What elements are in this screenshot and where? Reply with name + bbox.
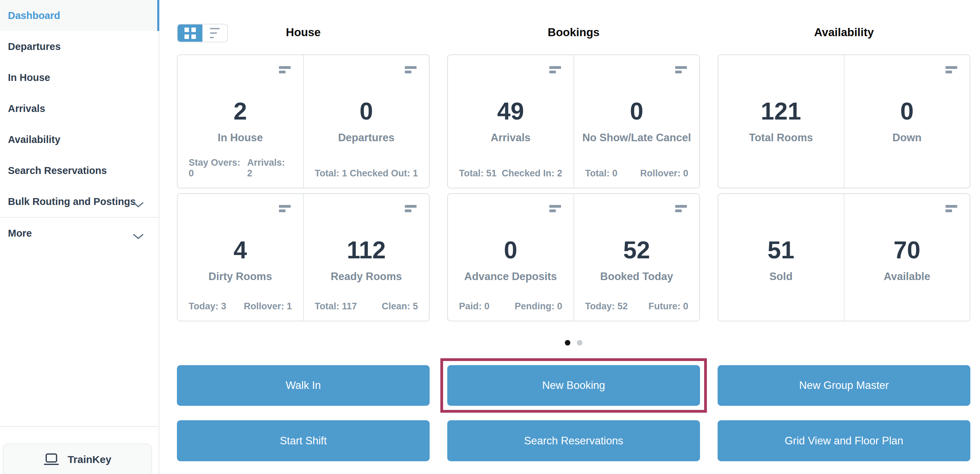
tile-label: Ready Rooms (304, 270, 429, 283)
chevron-down-icon (133, 199, 143, 210)
main-content: House Bookings Availability 2 In House S… (159, 0, 980, 474)
tile-stat-right: Rollover: 1 (244, 301, 292, 312)
sidebar-item-dashboard[interactable]: Dashboard (0, 0, 159, 31)
tile-arrivals[interactable]: 49 Arrivals Total: 51 Checked In: 2 (448, 55, 573, 188)
section-title-availability: Availability (718, 26, 970, 39)
sidebar-item-search-reservations[interactable]: Search Reservations (0, 155, 159, 186)
carousel-dot-1[interactable] (565, 340, 570, 346)
tile-dirty-rooms[interactable]: 4 Dirty Rooms Today: 3 Rollover: 1 (178, 194, 303, 321)
tile-stat-left: Total: 51 (459, 168, 496, 179)
tile-value: 70 (845, 238, 970, 262)
tile-label: Arrivals (448, 132, 573, 144)
tile-stat-left: Paid: 0 (459, 301, 490, 312)
tile-label: Advance Deposits (448, 270, 573, 283)
tile-stat-left: Total: 1 (315, 168, 347, 179)
filter-bars-icon[interactable] (675, 205, 687, 212)
sidebar-item-bulk-routing-and-postings[interactable]: Bulk Routing and Postings (0, 186, 159, 217)
walk-in-button[interactable]: Walk In (177, 365, 430, 406)
tile-sold[interactable]: 51 Sold (718, 194, 844, 321)
tile-stat-right: Checked Out: 1 (350, 168, 418, 179)
tile-stat-right: Clean: 5 (382, 301, 418, 312)
tile-value: 0 (845, 99, 970, 123)
sidebar-item-label: Departures (8, 41, 61, 52)
tile-stat-right: Pending: 0 (514, 301, 562, 312)
tile-ready-rooms[interactable]: 112 Ready Rooms Total: 117 Clean: 5 (303, 194, 429, 321)
quick-action-buttons: Walk In New Booking New Group Master Sta… (177, 365, 970, 461)
dashboard-tile-grid: 2 In House Stay Overs: 0 Arrivals: 2 0 D… (177, 54, 970, 322)
tile-label: Departures (304, 132, 429, 144)
search-reservations-button[interactable]: Search Reservations (447, 420, 700, 461)
tile-value: 2 (178, 99, 303, 123)
laptop-icon (43, 453, 59, 468)
tile-label: Total Rooms (718, 132, 844, 144)
tile-no-show-late-cancel[interactable]: 0 No Show/Late Cancel Total: 0 Rollover:… (573, 55, 700, 188)
tile-label: No Show/Late Cancel (574, 132, 700, 144)
sidebar-item-availability[interactable]: Availability (0, 124, 159, 155)
tile-total-rooms[interactable]: 121 Total Rooms (718, 55, 844, 188)
sidebar-item-label: More (8, 228, 32, 239)
filter-bars-icon[interactable] (675, 66, 687, 73)
tile-departures[interactable]: 0 Departures Total: 1 Checked Out: 1 (303, 55, 429, 188)
filter-bars-icon[interactable] (405, 205, 417, 212)
new-booking-button[interactable]: New Booking (447, 365, 700, 406)
tile-value: 51 (718, 238, 844, 262)
sidebar-item-in-house[interactable]: In House (0, 62, 159, 93)
bookings-row-2-card: 0 Advance Deposits Paid: 0 Pending: 0 52… (447, 193, 700, 322)
tile-available[interactable]: 70 Available (844, 194, 970, 321)
filter-bars-icon[interactable] (549, 205, 561, 212)
tile-stat-right: Checked In: 2 (502, 168, 562, 179)
tile-stat-right: Future: 0 (648, 301, 688, 312)
tile-value: 49 (448, 99, 573, 123)
tile-value: 52 (574, 238, 700, 262)
house-row-1-card: 2 In House Stay Overs: 0 Arrivals: 2 0 D… (177, 54, 430, 189)
availability-row-1-card: 121 Total Rooms 0 Down (718, 54, 970, 189)
tile-label: Booked Today (574, 270, 700, 283)
tile-value: 0 (574, 99, 700, 123)
sidebar-item-more[interactable]: More (0, 218, 159, 249)
grid-view-floor-plan-button[interactable]: Grid View and Floor Plan (718, 420, 970, 461)
tile-stat-left: Total: 0 (585, 168, 617, 179)
tile-booked-today[interactable]: 52 Booked Today Today: 52 Future: 0 (573, 194, 700, 321)
tile-in-house[interactable]: 2 In House Stay Overs: 0 Arrivals: 2 (178, 55, 303, 188)
tile-label: In House (178, 132, 303, 144)
section-title-bookings: Bookings (447, 26, 700, 39)
tile-stat-left: Total: 117 (315, 301, 357, 312)
tile-stat-right: Rollover: 0 (640, 168, 688, 179)
filter-bars-icon[interactable] (405, 66, 417, 73)
tile-label: Sold (718, 270, 844, 283)
tile-value: 4 (178, 238, 303, 262)
sidebar-item-arrivals[interactable]: Arrivals (0, 93, 159, 124)
tile-value: 0 (448, 238, 573, 262)
tile-label: Dirty Rooms (178, 270, 303, 283)
tile-label: Down (845, 132, 970, 144)
tile-stat-left: Stay Overs: 0 (189, 157, 247, 179)
tile-down[interactable]: 0 Down (844, 55, 970, 188)
sidebar-item-label: Arrivals (8, 103, 45, 114)
sidebar-item-label: Bulk Routing and Postings (8, 196, 136, 208)
filter-bars-icon[interactable] (279, 66, 291, 73)
filter-bars-icon[interactable] (945, 66, 957, 73)
sidebar-item-label: Dashboard (8, 10, 60, 21)
trainkey-button[interactable]: TrainKey (3, 443, 152, 474)
start-shift-button[interactable]: Start Shift (177, 420, 430, 461)
trainkey-label: TrainKey (68, 453, 111, 465)
sidebar-bottom-divider (0, 426, 159, 427)
sidebar-item-label: In House (8, 72, 50, 83)
sidebar-item-label: Search Reservations (8, 165, 107, 176)
tile-stat-right: Arrivals: 2 (247, 157, 292, 179)
filter-bars-icon[interactable] (549, 66, 561, 73)
sidebar-item-departures[interactable]: Departures (0, 31, 159, 62)
carousel-dot-2[interactable] (577, 340, 582, 346)
tile-stat-left: Today: 3 (189, 301, 226, 312)
tile-label: Available (845, 270, 970, 283)
sidebar: Dashboard Departures In House Arrivals A… (0, 0, 159, 474)
tile-value: 0 (304, 99, 429, 123)
tile-stat-left: Today: 52 (585, 301, 628, 312)
section-title-house: House (177, 26, 430, 39)
chevron-down-icon (133, 230, 143, 242)
filter-bars-icon[interactable] (279, 205, 291, 212)
bookings-row-1-card: 49 Arrivals Total: 51 Checked In: 2 0 No… (447, 54, 700, 189)
new-group-master-button[interactable]: New Group Master (718, 365, 970, 406)
filter-bars-icon[interactable] (945, 205, 957, 212)
tile-advance-deposits[interactable]: 0 Advance Deposits Paid: 0 Pending: 0 (448, 194, 573, 321)
